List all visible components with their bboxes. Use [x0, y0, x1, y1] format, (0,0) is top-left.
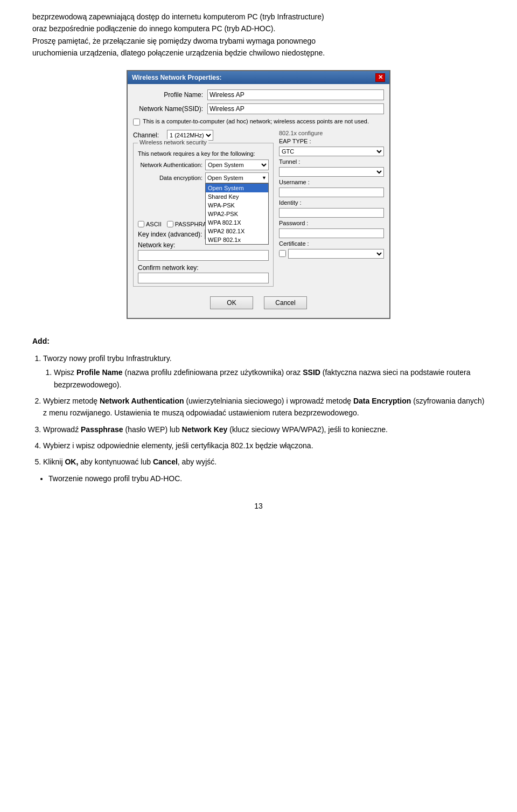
ascii-checkbox[interactable]	[138, 221, 144, 227]
intro-line3: Proszę pamiętać, że przełączanie się pom…	[32, 37, 316, 45]
eap-type-row: EAP TYPE :	[279, 138, 384, 144]
certificate-row: Certificate :	[279, 240, 384, 247]
two-col-layout: Channel: 1 (2412MHz) Wireless network se…	[133, 130, 384, 290]
enc-selected-value: Open System	[207, 175, 243, 181]
ok-button[interactable]: OK	[210, 296, 253, 309]
bullet-item: Tworzenie nowego profil trybu AD-HOC.	[48, 473, 485, 485]
enc-option-shared-key[interactable]: Shared Key	[206, 192, 268, 201]
add-heading: Add:	[32, 337, 50, 345]
username-input[interactable]	[279, 188, 384, 197]
network-key-section: Network key:	[138, 241, 269, 264]
step4: Wybierz i wpisz odpowiednie elementy, je…	[43, 440, 485, 452]
ascii-label: ASCII	[146, 221, 162, 227]
tunnel-select[interactable]	[279, 167, 384, 177]
ssid-row: Network Name(SSID):	[133, 103, 384, 114]
main-content: Add: Tworzy nowy profil trybu Infrastruk…	[32, 335, 485, 485]
dialog-titlebar: Wireless Network Properties: ✕	[128, 71, 389, 84]
username-label: Username :	[279, 179, 317, 185]
enc-option-open-system[interactable]: Open System	[206, 184, 268, 192]
profile-name-row: Profile Name:	[133, 89, 384, 100]
dialog-title: Wireless Network Properties:	[132, 74, 222, 81]
key-index-label: Key index (advanced):	[138, 231, 202, 238]
tunnel-row: Tunnel :	[279, 158, 384, 165]
username-row: Username :	[279, 179, 384, 185]
adhoc-row: This is a computer-to-computer (ad hoc) …	[133, 117, 384, 126]
eap-type-label: EAP TYPE :	[279, 138, 317, 144]
intro-paragraph: bezprzewodową zapewniającą dostęp do int…	[32, 11, 485, 59]
configure-label: 802.1x configure	[279, 130, 384, 136]
identity-row: Identity :	[279, 199, 384, 206]
step5: Kliknij OK, aby kontynuować lub Cancel, …	[43, 456, 485, 468]
auth-label: Network Authentication:	[138, 162, 202, 168]
intro-line2: oraz bezpośrednie podłączenie do innego …	[32, 24, 275, 33]
step1-sub: Wpisz Profile Name (nazwa profilu zdefin…	[54, 366, 485, 391]
profile-name-label: Profile Name:	[133, 91, 203, 99]
channel-label: Channel:	[133, 131, 163, 139]
step1-intro: Tworzy nowy profil trybu Infrastruktury.	[43, 354, 172, 363]
enc-label: Data encryption:	[138, 175, 202, 181]
profile-name-input[interactable]	[207, 89, 384, 100]
auth-row: Network Authentication: Open System	[138, 159, 269, 170]
security-group-title: Wireless network security	[138, 139, 208, 145]
left-column: Channel: 1 (2412MHz) Wireless network se…	[133, 130, 274, 290]
password-row: Password :	[279, 220, 384, 226]
enc-row: Data encryption: Open System ▼ Open Syst…	[138, 172, 269, 183]
password-input[interactable]	[279, 228, 384, 238]
adhoc-label: This is a computer-to-computer (ad hoc) …	[143, 117, 369, 126]
ascii-item: ASCII	[138, 221, 162, 227]
page-number: 13	[32, 502, 485, 510]
step1-sublist: Wpisz Profile Name (nazwa profilu zdefin…	[54, 366, 485, 391]
ssid-input[interactable]	[207, 103, 384, 114]
wireless-network-properties-dialog: Wireless Network Properties: ✕ Profile N…	[127, 70, 390, 319]
step2: Wybierz metodę Network Authentication (u…	[43, 395, 485, 419]
dialog-body: Profile Name: Network Name(SSID): This i…	[128, 84, 389, 318]
step3: Wprowadź Passphrase (hasło WEP) lub Netw…	[43, 424, 485, 435]
confirm-key-label: Confirm network key:	[138, 264, 269, 272]
step1-sub-text: Wpisz Profile Name (nazwa profilu zdefin…	[54, 368, 470, 388]
certificate-label: Certificate :	[279, 240, 317, 247]
enc-chevron-icon: ▼	[262, 175, 267, 181]
passphrase-checkbox[interactable]	[167, 221, 173, 227]
right-column: 802.1x configure EAP TYPE : GTC Tunnel :	[279, 130, 384, 290]
bullet-list: Tworzenie nowego profil trybu AD-HOC.	[48, 473, 485, 485]
confirm-key-section: Confirm network key:	[138, 264, 269, 283]
identity-input[interactable]	[279, 208, 384, 218]
enc-option-wpa2-8021x[interactable]: WPA2 802.1X	[206, 227, 268, 235]
adhoc-checkbox[interactable]	[133, 119, 140, 126]
security-note: This network requires a key for the foll…	[138, 150, 269, 157]
auth-select[interactable]: Open System	[205, 159, 269, 170]
identity-label: Identity :	[279, 199, 317, 206]
enc-option-wpa2-psk[interactable]: WPA2-PSK	[206, 210, 268, 218]
cert-checkbox[interactable]	[279, 250, 286, 257]
enc-option-wpa-psk[interactable]: WPA-PSK	[206, 201, 268, 210]
enc-dropdown-list: Open System Shared Key WPA-PSK WPA2-PSK …	[205, 183, 269, 245]
eap-type-select[interactable]: GTC	[279, 147, 384, 156]
ssid-label: Network Name(SSID):	[133, 105, 203, 113]
confirm-key-input[interactable]	[138, 273, 269, 283]
step1: Tworzy nowy profil trybu Infrastruktury.…	[43, 352, 485, 391]
cert-row	[279, 249, 384, 259]
security-group: Wireless network security This network r…	[133, 143, 274, 287]
cert-select[interactable]	[288, 249, 384, 259]
intro-line4: uruchomienia urządzenia, dlatego połącze…	[32, 48, 325, 57]
dialog-wrapper: Wireless Network Properties: ✕ Profile N…	[32, 70, 485, 319]
dialog-buttons: OK Cancel	[133, 296, 384, 313]
intro-line1: bezprzewodową zapewniającą dostęp do int…	[32, 12, 324, 21]
dialog-close-button[interactable]: ✕	[375, 73, 385, 82]
cancel-button[interactable]: Cancel	[264, 296, 307, 309]
steps-list: Tworzy nowy profil trybu Infrastruktury.…	[43, 352, 485, 468]
enc-dropdown-selected[interactable]: Open System ▼	[205, 172, 269, 183]
password-label: Password :	[279, 220, 317, 226]
enc-dropdown-container: Open System ▼ Open System Shared Key WPA…	[205, 172, 269, 183]
tunnel-label: Tunnel :	[279, 158, 317, 165]
network-key-input[interactable]	[138, 250, 269, 261]
enc-option-wep-8021x[interactable]: WEP 802.1x	[206, 235, 268, 244]
enc-option-wpa-8021x[interactable]: WPA 802.1X	[206, 218, 268, 227]
